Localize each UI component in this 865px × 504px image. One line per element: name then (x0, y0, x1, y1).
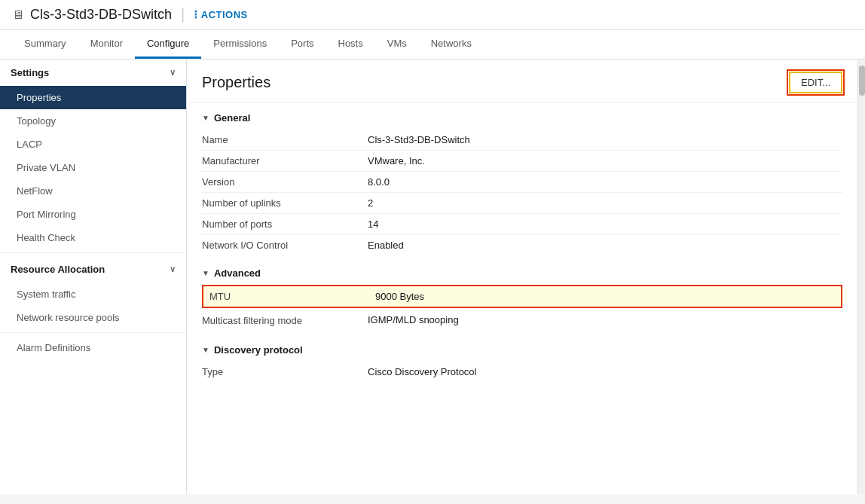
content-header: Properties EDIT... (187, 60, 857, 103)
tab-permissions[interactable]: Permissions (201, 30, 279, 59)
prop-val-name: Cls-3-Std3-DB-DSwitch (368, 134, 842, 145)
prop-val-manufacturer: VMware, Inc. (368, 155, 842, 166)
main-layout: Settings ∨ Properties Topology LACP Priv… (0, 60, 865, 494)
switch-icon: 🖥 (12, 8, 24, 22)
prop-val-type: Cisco Discovery Protocol (368, 366, 842, 377)
prop-key-multicast: Multicast filtering mode (202, 314, 368, 328)
prop-val-ports: 14 (368, 218, 842, 230)
sidebar: Settings ∨ Properties Topology LACP Priv… (0, 60, 187, 494)
sidebar-divider-2 (0, 332, 186, 333)
title-text: Cls-3-Std3-DB-DSwitch (30, 7, 172, 23)
prop-row-multicast: Multicast filtering mode IGMP/MLD snoopi… (202, 310, 842, 332)
sidebar-item-port-mirroring[interactable]: Port Mirroring (0, 203, 186, 226)
scrollbar-track[interactable] (857, 60, 865, 494)
prop-key-mtu: MTU (209, 291, 375, 302)
prop-key-manufacturer: Manufacturer (202, 155, 368, 166)
general-chevron-icon: ▼ (202, 114, 209, 122)
general-label: General (214, 112, 250, 124)
prop-row-nioc: Network I/O Control Enabled (202, 235, 842, 255)
general-section: ▼ General Name Cls-3-Std3-DB-DSwitch Man… (202, 112, 842, 255)
prop-row-version: Version 8.0.0 (202, 172, 842, 193)
settings-label: Settings (11, 67, 49, 78)
discovery-chevron-icon: ▼ (202, 346, 209, 354)
sidebar-item-private-vlan[interactable]: Private VLAN (0, 156, 186, 179)
tab-vms[interactable]: VMs (375, 30, 419, 59)
sidebar-item-system-traffic[interactable]: System traffic (0, 283, 186, 306)
settings-section-header[interactable]: Settings ∨ (0, 60, 186, 86)
sidebar-item-topology[interactable]: Topology (0, 109, 186, 133)
prop-key-nioc: Network I/O Control (202, 240, 368, 251)
tab-ports[interactable]: Ports (279, 30, 326, 59)
advanced-chevron-icon: ▼ (202, 269, 209, 277)
prop-val-uplinks: 2 (368, 197, 842, 209)
sidebar-item-network-resource-pools[interactable]: Network resource pools (0, 306, 186, 329)
advanced-section: ▼ Advanced MTU 9000 Bytes Multicast filt… (202, 267, 842, 332)
discovery-section-header[interactable]: ▼ Discovery protocol (202, 344, 842, 356)
prop-key-uplinks: Number of uplinks (202, 197, 368, 209)
resource-allocation-label: Resource Allocation (11, 264, 105, 275)
tab-networks[interactable]: Networks (419, 30, 484, 59)
header: 🖥 Cls-3-Std3-DB-DSwitch | ⁝ ACTIONS (0, 0, 865, 30)
prop-row-manufacturer: Manufacturer VMware, Inc. (202, 151, 842, 172)
resource-allocation-header[interactable]: Resource Allocation ∨ (0, 256, 186, 283)
general-section-header[interactable]: ▼ General (202, 112, 842, 124)
sidebar-item-properties[interactable]: Properties (0, 86, 186, 109)
tab-configure[interactable]: Configure (135, 30, 201, 59)
actions-button[interactable]: ⁝ ACTIONS (194, 8, 248, 22)
advanced-section-header[interactable]: ▼ Advanced (202, 267, 842, 279)
settings-chevron-icon: ∨ (170, 68, 176, 78)
nav-tabs: Summary Monitor Configure Permissions Po… (0, 30, 865, 60)
prop-key-version: Version (202, 176, 368, 188)
advanced-label: Advanced (214, 267, 261, 279)
content-title: Properties (202, 74, 271, 91)
prop-val-version: 8.0.0 (368, 176, 842, 188)
content-area: Properties EDIT... ▼ General Name Cls-3-… (187, 60, 857, 494)
sidebar-item-health-check[interactable]: Health Check (0, 226, 186, 249)
prop-row-type: Type Cisco Discovery Protocol (202, 362, 842, 382)
tab-monitor[interactable]: Monitor (78, 30, 135, 59)
prop-row-ports: Number of ports 14 (202, 214, 842, 235)
actions-label: ACTIONS (201, 9, 248, 20)
prop-key-ports: Number of ports (202, 218, 368, 230)
prop-row-mtu: MTU 9000 Bytes (202, 285, 842, 308)
prop-key-name: Name (202, 134, 368, 145)
resource-allocation-chevron-icon: ∨ (170, 264, 176, 274)
edit-button[interactable]: EDIT... (789, 72, 842, 93)
prop-row-name: Name Cls-3-Std3-DB-DSwitch (202, 130, 842, 151)
discovery-label: Discovery protocol (214, 344, 303, 356)
actions-dots-icon: ⁝ (194, 8, 198, 22)
sidebar-item-netflow[interactable]: NetFlow (0, 179, 186, 203)
sidebar-item-lacp[interactable]: LACP (0, 133, 186, 156)
properties-content: ▼ General Name Cls-3-Std3-DB-DSwitch Man… (187, 103, 857, 403)
sidebar-divider-1 (0, 252, 186, 253)
prop-val-nioc: Enabled (368, 240, 842, 251)
sidebar-item-alarm-definitions[interactable]: Alarm Definitions (0, 336, 186, 359)
tab-hosts[interactable]: Hosts (326, 30, 375, 59)
tab-summary[interactable]: Summary (12, 30, 78, 59)
page-title: 🖥 Cls-3-Std3-DB-DSwitch (12, 7, 172, 23)
prop-val-multicast: IGMP/MLD snooping (368, 314, 842, 325)
prop-val-mtu: 9000 Bytes (375, 291, 835, 302)
discovery-section: ▼ Discovery protocol Type Cisco Discover… (202, 344, 842, 382)
header-divider: | (181, 6, 185, 23)
scrollbar-thumb[interactable] (859, 66, 865, 96)
prop-row-uplinks: Number of uplinks 2 (202, 193, 842, 214)
prop-key-type: Type (202, 366, 368, 377)
